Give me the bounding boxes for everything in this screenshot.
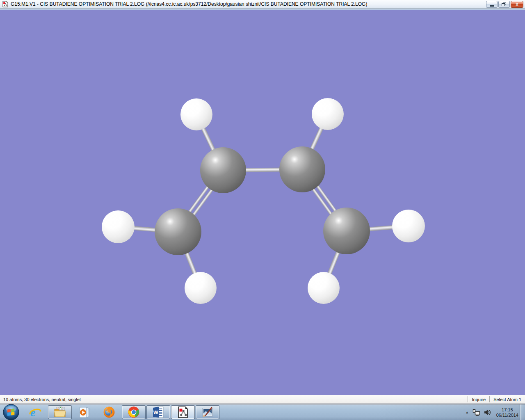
clock-date: 06/11/2014 [496, 413, 518, 418]
atom-H4[interactable] [185, 272, 217, 304]
selection-mode-panel: Select Atom 1 [490, 397, 525, 402]
atom-C2[interactable] [200, 147, 246, 193]
windows-logo-icon [2, 404, 20, 420]
show-hidden-icons-button[interactable]: ▲ [466, 411, 469, 414]
mouse-mode-panel: Inquire [468, 397, 489, 402]
taskbar-gaussview-button[interactable] [171, 405, 195, 419]
close-button[interactable]: x [511, 1, 523, 8]
folder-icon [54, 406, 66, 418]
atom-C3[interactable] [279, 146, 325, 192]
word-icon: W [152, 406, 164, 418]
taskbar-windows-explorer-button[interactable] [48, 405, 72, 419]
molecule-layer [0, 10, 525, 395]
minimize-icon [490, 5, 494, 7]
taskbar-internet-explorer-button[interactable]: e [23, 405, 47, 419]
restore-button[interactable] [498, 1, 510, 8]
window-controls: x [485, 1, 523, 8]
atom-C4[interactable] [323, 208, 370, 254]
taskbar-firefox-button[interactable] [97, 405, 121, 419]
gaussview-file-icon [2, 1, 9, 7]
molecule-summary: 10 atoms, 30 electrons, neutral, singlet [0, 397, 468, 402]
start-button[interactable] [2, 404, 21, 420]
atom-H3[interactable] [102, 210, 135, 243]
title-bar: G15:M1:V1 - CIS BUTADIENE OPTIMISATION T… [0, 0, 525, 9]
clock-time: 17:15 [496, 407, 518, 413]
status-bar: 10 atoms, 30 electrons, neutral, singlet… [0, 395, 525, 404]
taskbar-media-player-button[interactable] [73, 405, 96, 419]
chrome-icon [128, 406, 140, 418]
network-icon[interactable] [472, 409, 480, 416]
atom-H5[interactable] [392, 210, 425, 242]
firefox-icon [103, 406, 115, 418]
taskbar-word-button[interactable]: W [146, 405, 170, 419]
molecule-canvas[interactable] [0, 10, 525, 395]
show-desktop-button[interactable] [520, 404, 525, 420]
volume-icon[interactable] [484, 409, 491, 415]
minimize-button[interactable] [486, 1, 498, 8]
atom-C1[interactable] [155, 208, 201, 255]
gaussview-log-icon [177, 406, 189, 418]
gaussview-window: G15:M1:V1 - CIS BUTADIENE OPTIMISATION T… [0, 0, 525, 420]
window-title: G15:M1:V1 - CIS BUTADIENE OPTIMISATION T… [11, 1, 367, 7]
atom-H1[interactable] [180, 98, 212, 130]
system-tray: ▲ 17:15 06/11/2014 [466, 404, 518, 420]
media-player-icon [78, 406, 91, 418]
restore-icon [502, 2, 507, 7]
taskbar: e [0, 404, 525, 420]
atom-H6[interactable] [308, 272, 340, 304]
internet-explorer-icon: e [29, 406, 41, 418]
taskbar-paint-button[interactable] [196, 405, 219, 419]
svg-text:W: W [153, 409, 159, 415]
paint-icon [201, 406, 214, 418]
close-icon: x [516, 2, 518, 7]
taskbar-chrome-button[interactable] [122, 405, 146, 419]
clock[interactable]: 17:15 06/11/2014 [495, 407, 518, 418]
atom-H2[interactable] [312, 98, 344, 130]
